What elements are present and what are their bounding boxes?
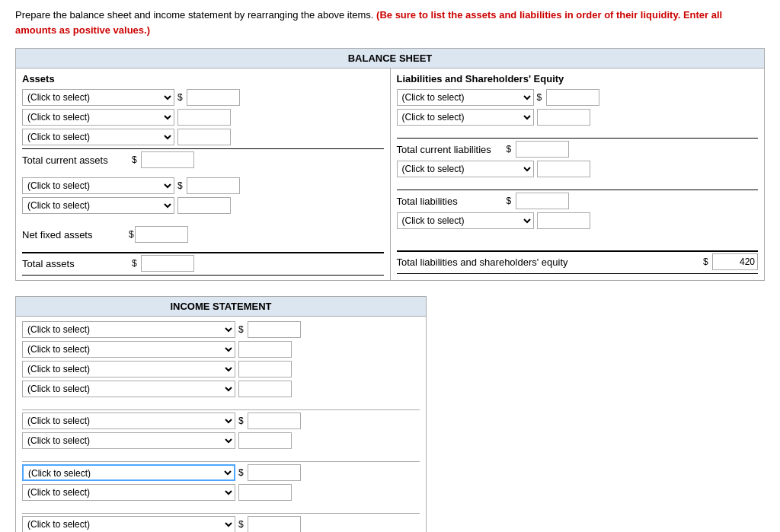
asset-select-2[interactable]: (Click to select) [22,109,174,126]
dollar-ta: $ [132,258,138,269]
total-liabilities-equity-divider: Total liabilities and shareholders' equi… [397,250,759,274]
is-row-4: (Click to select) [22,381,420,397]
is-select-4[interactable]: (Click to select) [22,381,235,397]
asset-row-1: (Click to select) $ [22,89,384,106]
is-select-8[interactable]: (Click to select) [22,484,235,501]
is-select-6[interactable]: (Click to select) [22,432,235,449]
dollar-1: $ [177,92,184,103]
total-current-liabilities-label: Total current liabilities [397,144,503,155]
equity-input-1[interactable] [537,212,590,229]
is-select-3[interactable]: (Click to select) [22,361,235,377]
is-input-6[interactable] [238,432,292,449]
is-select-7[interactable]: (Click to select) [22,464,235,481]
is-dollar-9: $ [238,519,245,530]
is-input-5[interactable] [248,413,301,429]
net-fixed-assets-row: Net fixed assets $ [22,226,384,243]
is-input-2[interactable] [238,341,292,358]
is-select-1[interactable]: (Click to select) [22,321,235,338]
is-row-7: (Click to select) $ [22,461,420,481]
asset-select-1[interactable]: (Click to select) [22,89,174,106]
liability-input-3[interactable] [537,161,590,177]
dollar-l1: $ [537,92,543,103]
total-current-liabilities-row: Total current liabilities $ [397,138,759,158]
is-dollar-7: $ [238,467,245,478]
total-assets-input[interactable] [141,255,194,272]
is-dollar-5: $ [238,416,245,426]
dollar-nfa: $ [129,229,135,240]
income-statement-title: INCOME STATEMENT [16,297,426,317]
liability-select-2[interactable]: (Click to select) [397,109,534,126]
total-current-assets-row: Total current assets $ [22,148,384,168]
is-row-1: (Click to select) $ [22,321,420,338]
is-input-8[interactable] [238,484,292,501]
dollar-tle: $ [703,256,709,267]
asset-input-4[interactable] [187,177,240,194]
is-input-7[interactable] [248,464,301,481]
is-select-2[interactable]: (Click to select) [22,341,235,358]
asset-input-1[interactable] [187,89,240,106]
net-fixed-assets-input[interactable] [135,226,188,243]
equity-select-1[interactable]: (Click to select) [397,212,534,229]
total-liabilities-label: Total liabilities [397,196,503,207]
total-assets-row: Total assets $ [22,255,384,272]
asset-select-4[interactable]: (Click to select) [22,177,174,194]
is-row-6: (Click to select) [22,432,420,449]
total-liabilities-equity-row: Total liabilities and shareholders' equi… [397,253,759,270]
asset-input-2[interactable] [177,109,231,126]
is-input-1[interactable] [248,321,301,338]
instructions: Prepare the balance sheet and income sta… [15,8,765,37]
is-input-3[interactable] [238,361,292,377]
asset-input-5[interactable] [177,197,231,214]
is-row-8: (Click to select) [22,484,420,501]
is-row-5: (Click to select) $ [22,409,420,429]
is-dollar-1: $ [238,324,245,335]
is-row-9: (Click to select) $ [22,513,420,532]
total-assets-divider: Total assets $ [22,252,384,276]
total-current-liabilities-input[interactable] [516,141,569,158]
total-current-assets-label: Total current assets [22,155,129,166]
balance-sheet-container: BALANCE SHEET Assets (Click to select) $… [15,48,765,281]
asset-row-3: (Click to select) [22,129,384,145]
assets-header: Assets [22,73,384,84]
total-liabilities-input[interactable] [516,193,569,209]
income-statement-container: INCOME STATEMENT (Click to select) $ (Cl… [15,296,427,532]
liability-select-3[interactable]: (Click to select) [397,161,534,177]
asset-input-3[interactable] [177,129,231,145]
asset-row-4: (Click to select) $ [22,177,384,194]
liability-row-3: (Click to select) [397,161,759,177]
is-input-9[interactable] [248,516,301,532]
liability-input-1[interactable] [546,89,599,106]
balance-sheet-title: BALANCE SHEET [16,49,764,68]
asset-row-5: (Click to select) [22,197,384,214]
is-row-3: (Click to select) [22,361,420,377]
liability-row-1: (Click to select) $ [397,89,759,106]
dollar-tl: $ [507,196,513,206]
dollar-tca: $ [132,155,138,165]
liabilities-section: Liabilities and Shareholders' Equity (Cl… [391,68,765,280]
total-liabilities-equity-label: Total liabilities and shareholders' equi… [397,256,701,268]
asset-row-2: (Click to select) [22,109,384,126]
total-assets-label: Total assets [22,258,129,269]
asset-select-5[interactable]: (Click to select) [22,197,174,214]
liability-row-2: (Click to select) [397,109,759,126]
is-select-9[interactable]: (Click to select) [22,516,235,532]
instruction-text: Prepare the balance sheet and income sta… [15,9,373,21]
total-liabilities-equity-input[interactable] [712,253,758,270]
asset-select-3[interactable]: (Click to select) [22,129,174,145]
total-current-assets-input[interactable] [141,151,194,168]
equity-row-1: (Click to select) [397,212,759,229]
net-fixed-assets-label: Net fixed assets [22,229,129,241]
liability-input-2[interactable] [537,109,590,126]
liability-select-1[interactable]: (Click to select) [397,89,534,106]
dollar-4: $ [177,180,184,191]
is-select-5[interactable]: (Click to select) [22,413,235,429]
total-liabilities-row: Total liabilities $ [397,190,759,209]
dollar-tcl: $ [507,144,513,155]
income-statement-body: (Click to select) $ (Click to select) (C… [16,317,426,532]
is-input-4[interactable] [238,381,292,397]
assets-section: Assets (Click to select) $ (Click to sel… [16,68,391,280]
balance-sheet-body: Assets (Click to select) $ (Click to sel… [16,68,764,280]
liabilities-header: Liabilities and Shareholders' Equity [397,73,759,84]
is-row-2: (Click to select) [22,341,420,358]
